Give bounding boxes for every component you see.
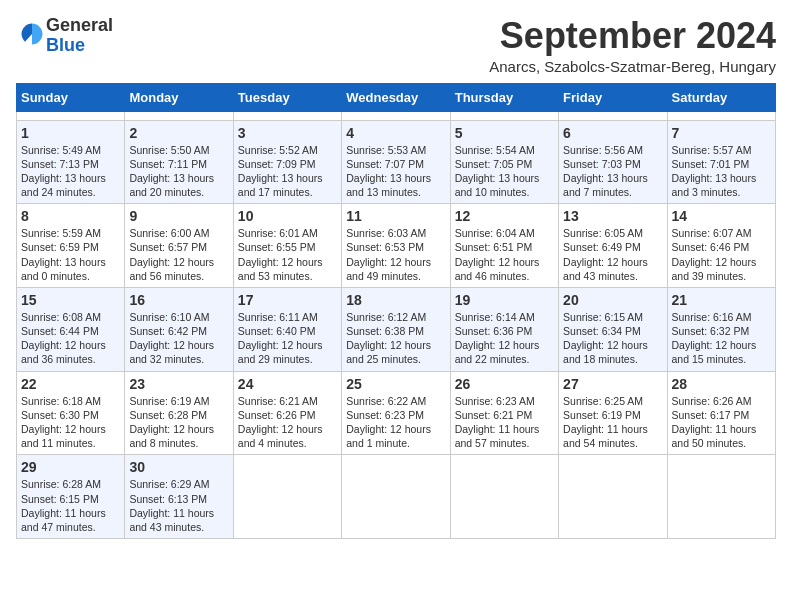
day-info: Sunrise: 5:50 AMSunset: 7:11 PMDaylight:…	[129, 143, 228, 200]
calendar-day-cell	[342, 111, 450, 120]
header: General Blue September 2024 Anarcs, Szab…	[16, 16, 776, 75]
day-number: 30	[129, 459, 228, 475]
day-info: Sunrise: 5:53 AMSunset: 7:07 PMDaylight:…	[346, 143, 445, 200]
day-info: Sunrise: 6:15 AMSunset: 6:34 PMDaylight:…	[563, 310, 662, 367]
day-info: Sunrise: 6:08 AMSunset: 6:44 PMDaylight:…	[21, 310, 120, 367]
day-info: Sunrise: 6:22 AMSunset: 6:23 PMDaylight:…	[346, 394, 445, 451]
day-info: Sunrise: 6:16 AMSunset: 6:32 PMDaylight:…	[672, 310, 771, 367]
day-number: 27	[563, 376, 662, 392]
calendar-week-row: 15Sunrise: 6:08 AMSunset: 6:44 PMDayligh…	[17, 287, 776, 371]
calendar-day-cell: 9Sunrise: 6:00 AMSunset: 6:57 PMDaylight…	[125, 204, 233, 288]
day-info: Sunrise: 6:05 AMSunset: 6:49 PMDaylight:…	[563, 226, 662, 283]
calendar-day-cell: 22Sunrise: 6:18 AMSunset: 6:30 PMDayligh…	[17, 371, 125, 455]
calendar-day-cell: 14Sunrise: 6:07 AMSunset: 6:46 PMDayligh…	[667, 204, 775, 288]
day-number: 1	[21, 125, 120, 141]
calendar-day-cell	[667, 455, 775, 539]
day-number: 9	[129, 208, 228, 224]
calendar-week-row: 29Sunrise: 6:28 AMSunset: 6:15 PMDayligh…	[17, 455, 776, 539]
calendar-day-cell: 5Sunrise: 5:54 AMSunset: 7:05 PMDaylight…	[450, 120, 558, 204]
calendar-day-cell: 27Sunrise: 6:25 AMSunset: 6:19 PMDayligh…	[559, 371, 667, 455]
calendar-day-cell: 23Sunrise: 6:19 AMSunset: 6:28 PMDayligh…	[125, 371, 233, 455]
title-block: September 2024 Anarcs, Szabolcs-Szatmar-…	[489, 16, 776, 75]
calendar-day-cell: 20Sunrise: 6:15 AMSunset: 6:34 PMDayligh…	[559, 287, 667, 371]
calendar-day-cell	[450, 455, 558, 539]
col-thursday: Thursday	[450, 83, 558, 111]
col-wednesday: Wednesday	[342, 83, 450, 111]
day-number: 29	[21, 459, 120, 475]
month-title: September 2024	[489, 16, 776, 56]
day-info: Sunrise: 5:59 AMSunset: 6:59 PMDaylight:…	[21, 226, 120, 283]
calendar-day-cell	[667, 111, 775, 120]
calendar-day-cell	[559, 111, 667, 120]
calendar-day-cell: 30Sunrise: 6:29 AMSunset: 6:13 PMDayligh…	[125, 455, 233, 539]
logo-blue-text: Blue	[46, 35, 85, 55]
day-info: Sunrise: 5:57 AMSunset: 7:01 PMDaylight:…	[672, 143, 771, 200]
day-info: Sunrise: 6:18 AMSunset: 6:30 PMDaylight:…	[21, 394, 120, 451]
calendar-day-cell: 13Sunrise: 6:05 AMSunset: 6:49 PMDayligh…	[559, 204, 667, 288]
day-info: Sunrise: 6:23 AMSunset: 6:21 PMDaylight:…	[455, 394, 554, 451]
calendar-body: 1Sunrise: 5:49 AMSunset: 7:13 PMDaylight…	[17, 111, 776, 538]
day-number: 8	[21, 208, 120, 224]
col-sunday: Sunday	[17, 83, 125, 111]
logo-icon	[18, 20, 46, 48]
day-info: Sunrise: 6:10 AMSunset: 6:42 PMDaylight:…	[129, 310, 228, 367]
calendar-day-cell	[125, 111, 233, 120]
day-number: 15	[21, 292, 120, 308]
day-number: 10	[238, 208, 337, 224]
day-info: Sunrise: 6:07 AMSunset: 6:46 PMDaylight:…	[672, 226, 771, 283]
day-info: Sunrise: 6:01 AMSunset: 6:55 PMDaylight:…	[238, 226, 337, 283]
day-number: 26	[455, 376, 554, 392]
calendar-week-row: 22Sunrise: 6:18 AMSunset: 6:30 PMDayligh…	[17, 371, 776, 455]
calendar-day-cell: 19Sunrise: 6:14 AMSunset: 6:36 PMDayligh…	[450, 287, 558, 371]
calendar-header: Sunday Monday Tuesday Wednesday Thursday…	[17, 83, 776, 111]
day-number: 17	[238, 292, 337, 308]
calendar-day-cell: 12Sunrise: 6:04 AMSunset: 6:51 PMDayligh…	[450, 204, 558, 288]
calendar-day-cell: 4Sunrise: 5:53 AMSunset: 7:07 PMDaylight…	[342, 120, 450, 204]
day-number: 11	[346, 208, 445, 224]
day-number: 14	[672, 208, 771, 224]
calendar-day-cell	[559, 455, 667, 539]
day-number: 7	[672, 125, 771, 141]
day-number: 12	[455, 208, 554, 224]
day-number: 4	[346, 125, 445, 141]
day-number: 23	[129, 376, 228, 392]
calendar-day-cell: 21Sunrise: 6:16 AMSunset: 6:32 PMDayligh…	[667, 287, 775, 371]
calendar-day-cell: 7Sunrise: 5:57 AMSunset: 7:01 PMDaylight…	[667, 120, 775, 204]
day-info: Sunrise: 6:28 AMSunset: 6:15 PMDaylight:…	[21, 477, 120, 534]
calendar-week-row	[17, 111, 776, 120]
day-number: 3	[238, 125, 337, 141]
calendar-day-cell: 29Sunrise: 6:28 AMSunset: 6:15 PMDayligh…	[17, 455, 125, 539]
days-of-week-row: Sunday Monday Tuesday Wednesday Thursday…	[17, 83, 776, 111]
calendar-day-cell: 25Sunrise: 6:22 AMSunset: 6:23 PMDayligh…	[342, 371, 450, 455]
calendar-day-cell: 24Sunrise: 6:21 AMSunset: 6:26 PMDayligh…	[233, 371, 341, 455]
day-number: 21	[672, 292, 771, 308]
day-info: Sunrise: 6:03 AMSunset: 6:53 PMDaylight:…	[346, 226, 445, 283]
calendar-day-cell: 2Sunrise: 5:50 AMSunset: 7:11 PMDaylight…	[125, 120, 233, 204]
calendar-table: Sunday Monday Tuesday Wednesday Thursday…	[16, 83, 776, 539]
day-number: 5	[455, 125, 554, 141]
day-number: 24	[238, 376, 337, 392]
col-tuesday: Tuesday	[233, 83, 341, 111]
day-number: 13	[563, 208, 662, 224]
day-info: Sunrise: 5:52 AMSunset: 7:09 PMDaylight:…	[238, 143, 337, 200]
logo: General Blue	[16, 16, 113, 56]
day-number: 28	[672, 376, 771, 392]
calendar-day-cell: 16Sunrise: 6:10 AMSunset: 6:42 PMDayligh…	[125, 287, 233, 371]
calendar-day-cell: 26Sunrise: 6:23 AMSunset: 6:21 PMDayligh…	[450, 371, 558, 455]
day-number: 20	[563, 292, 662, 308]
calendar-day-cell: 10Sunrise: 6:01 AMSunset: 6:55 PMDayligh…	[233, 204, 341, 288]
calendar-day-cell	[233, 455, 341, 539]
day-info: Sunrise: 5:49 AMSunset: 7:13 PMDaylight:…	[21, 143, 120, 200]
day-info: Sunrise: 6:14 AMSunset: 6:36 PMDaylight:…	[455, 310, 554, 367]
calendar-day-cell: 6Sunrise: 5:56 AMSunset: 7:03 PMDaylight…	[559, 120, 667, 204]
logo-general-text: General	[46, 15, 113, 35]
calendar-day-cell: 17Sunrise: 6:11 AMSunset: 6:40 PMDayligh…	[233, 287, 341, 371]
calendar-day-cell: 1Sunrise: 5:49 AMSunset: 7:13 PMDaylight…	[17, 120, 125, 204]
day-number: 19	[455, 292, 554, 308]
col-saturday: Saturday	[667, 83, 775, 111]
col-monday: Monday	[125, 83, 233, 111]
location-subtitle: Anarcs, Szabolcs-Szatmar-Bereg, Hungary	[489, 58, 776, 75]
day-number: 22	[21, 376, 120, 392]
calendar-day-cell: 28Sunrise: 6:26 AMSunset: 6:17 PMDayligh…	[667, 371, 775, 455]
calendar-day-cell	[17, 111, 125, 120]
